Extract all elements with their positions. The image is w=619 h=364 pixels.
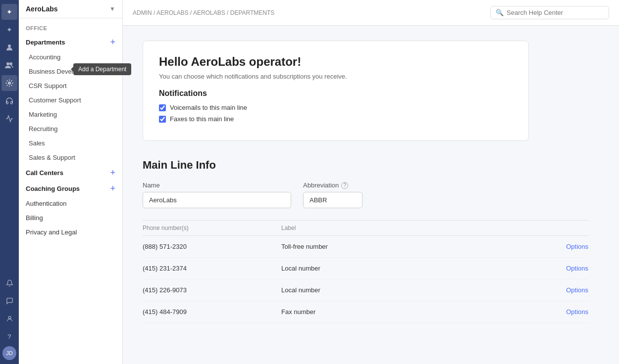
bell-icon[interactable] [1, 275, 17, 291]
phone-table: Phone number(s) Label (888) 571-2320 Tol… [143, 220, 588, 323]
coaching-groups-header: Coaching Groups + [19, 181, 122, 196]
abbreviation-group: Abbreviation ? [303, 182, 362, 208]
notif2-row: Faxes to this main line [159, 115, 513, 123]
options-link[interactable]: Options [566, 243, 588, 250]
hello-title: Hello AeroLabs operator! [159, 55, 513, 69]
departments-header: Departments + [19, 34, 122, 50]
name-group: Name [143, 182, 291, 208]
call-centers-label: Call Centers [26, 169, 63, 177]
dept-recruiting[interactable]: Recruiting [19, 122, 122, 136]
svg-point-4 [8, 316, 11, 318]
search-input[interactable] [507, 9, 604, 16]
phone-row: (415) 484-7909 Fax number Options [143, 301, 588, 323]
phone-options[interactable]: Options [539, 243, 588, 250]
notif1-row: Voicemails to this main line [159, 104, 513, 111]
options-column-header [539, 225, 588, 231]
search-box[interactable]: 🔍 [490, 6, 609, 19]
add-department-button[interactable]: + [110, 38, 115, 46]
name-label: Name [143, 182, 291, 189]
phone-number: (415) 226-9073 [143, 286, 281, 294]
departments-label: Departments [26, 39, 65, 46]
dept-sales-support[interactable]: Sales & Support [19, 150, 122, 165]
authentication-item[interactable]: Authentication [19, 196, 122, 211]
phone-row: (415) 226-9073 Local number Options [143, 279, 588, 301]
notif2-checkbox[interactable] [159, 116, 166, 123]
office-section-label: Office [19, 18, 122, 34]
chart-icon[interactable] [1, 111, 17, 127]
hello-subtitle: You can choose which notifications and s… [159, 73, 513, 80]
phone-label: Fax number [281, 308, 539, 316]
phone-label: Local number [281, 286, 539, 294]
notifications-heading: Notifications [159, 89, 513, 98]
add-coaching-group-button[interactable]: + [110, 184, 115, 193]
avatar[interactable]: JD [2, 346, 16, 360]
name-abbr-row: Name Abbreviation ? [143, 182, 599, 208]
phone-number: (415) 231-2374 [143, 265, 281, 272]
abbreviation-help-icon[interactable]: ? [341, 182, 348, 189]
phone-options[interactable]: Options [539, 286, 588, 294]
options-link[interactable]: Options [566, 286, 588, 294]
svg-point-1 [6, 62, 9, 65]
abbreviation-label: Abbreviation ? [303, 182, 362, 189]
svg-point-0 [8, 45, 11, 47]
notif1-checkbox[interactable] [159, 104, 166, 111]
group-icon[interactable] [1, 57, 17, 73]
options-link[interactable]: Options [566, 308, 588, 316]
bubble-icon[interactable] [1, 293, 17, 309]
breadcrumb: ADMIN / AEROLABS / AEROLABS / DEPARTMENT… [133, 9, 274, 16]
phone-column-header: Phone number(s) [143, 225, 281, 231]
phone-options[interactable]: Options [539, 265, 588, 272]
phone-table-header: Phone number(s) Label [143, 221, 588, 236]
section-title: Main Line Info [143, 159, 599, 172]
logo-icon[interactable]: ✦ [1, 4, 17, 20]
privacy-label: Privacy and Legal [26, 228, 77, 236]
phone-number: (415) 484-7909 [143, 308, 281, 316]
chevron-down-icon: ▼ [109, 5, 115, 12]
headset-icon[interactable] [1, 93, 17, 109]
add-call-center-button[interactable]: + [110, 168, 115, 177]
privacy-item[interactable]: Privacy and Legal [19, 225, 122, 239]
call-centers-header: Call Centers + [19, 165, 122, 181]
org-name: AeroLabs [26, 5, 58, 13]
gear-icon[interactable] [1, 75, 17, 91]
breadcrumb-text: ADMIN / AEROLABS / AEROLABS / DEPARTMENT… [133, 9, 274, 16]
nav-panel: AeroLabs ▼ Office Departments + Add a De… [19, 0, 123, 364]
phone-label: Toll-free number [281, 243, 539, 250]
dept-marketing[interactable]: Marketing [19, 107, 122, 122]
coaching-groups-label: Coaching Groups [26, 185, 80, 192]
dept-sales[interactable]: Sales [19, 136, 122, 150]
icon-sidebar: ✦ ✦ ? JD [0, 0, 19, 364]
topbar: ADMIN / AEROLABS / AEROLABS / DEPARTMENT… [123, 0, 619, 26]
dept-customer-support[interactable]: Customer Support [19, 93, 122, 107]
search-icon: 🔍 [496, 9, 504, 16]
dept-csr-support[interactable]: CSR Support [19, 79, 122, 93]
phone-label: Local number [281, 265, 539, 272]
star-icon[interactable]: ✦ [1, 22, 17, 38]
dept-business-development[interactable]: Business Development [19, 64, 122, 79]
question-icon[interactable]: ? [1, 328, 17, 344]
main-line-info-section: Main Line Info Name Abbreviation ? Ph [143, 159, 599, 323]
user-circle-icon[interactable] [1, 311, 17, 326]
svg-point-3 [8, 82, 10, 84]
hello-card: Hello AeroLabs operator! You can choose … [143, 41, 529, 141]
name-input[interactable] [143, 192, 291, 208]
notif2-label: Faxes to this main line [170, 115, 234, 123]
phone-number: (888) 571-2320 [143, 243, 281, 250]
authentication-label: Authentication [26, 200, 66, 207]
content-area: Hello AeroLabs operator! You can choose … [123, 26, 619, 364]
dept-accounting[interactable]: Accounting [19, 50, 122, 64]
phone-row: (888) 571-2320 Toll-free number Options [143, 236, 588, 258]
person-icon[interactable] [1, 40, 17, 55]
label-column-header: Label [281, 225, 539, 231]
phone-row: (415) 231-2374 Local number Options [143, 258, 588, 279]
billing-item[interactable]: Billing [19, 211, 122, 225]
svg-point-2 [9, 62, 12, 65]
notif1-label: Voicemails to this main line [170, 104, 247, 111]
options-link[interactable]: Options [566, 265, 588, 272]
phone-options[interactable]: Options [539, 308, 588, 316]
billing-label: Billing [26, 214, 43, 222]
main-content: ADMIN / AEROLABS / AEROLABS / DEPARTMENT… [123, 0, 619, 364]
org-selector[interactable]: AeroLabs ▼ [19, 0, 122, 18]
abbreviation-input[interactable] [303, 192, 362, 208]
